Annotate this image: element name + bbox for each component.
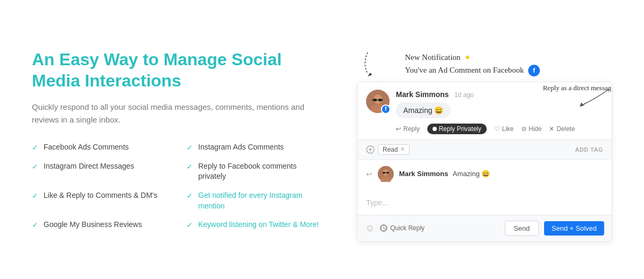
sparkle-icon: ✦ — [464, 53, 471, 63]
send-button[interactable]: Send — [505, 221, 539, 236]
comment-card: f Mark Simmons 1d ago Amazing 😄 ↩ Reply — [357, 82, 612, 242]
list-item: ✓ Google My Business Reviews — [32, 220, 171, 230]
heart-icon: ♡ — [494, 125, 500, 133]
quick-reply-button[interactable]: Quick Reply — [380, 224, 425, 232]
list-item: ✓ Like & Reply to Comments & DM's — [32, 190, 171, 211]
reply-avatar — [378, 166, 394, 182]
check-icon: ✓ — [187, 191, 193, 200]
svg-rect-4 — [378, 99, 382, 101]
tag-chip: Read ✕ — [378, 144, 410, 155]
features-grid: ✓ Facebook Ads Comments ✓ Instagram Ads … — [32, 142, 325, 230]
footer-bar: ☺ Quick Reply Send Send + Solved — [358, 215, 612, 241]
reply-thread: ↩ Mark Simmons Amazing 😄 — [358, 159, 612, 194]
reply-button[interactable]: ↩ Reply — [396, 125, 420, 133]
send-solved-button[interactable]: Send + Solved — [544, 221, 604, 236]
facebook-small-badge: f — [381, 104, 391, 114]
reply-row: ↩ Mark Simmons Amazing 😄 — [366, 166, 603, 182]
subtitle: Quickly respond to all your social media… — [32, 101, 325, 126]
list-item: ✓ Facebook Ads Comments — [32, 142, 171, 153]
x-icon: ✕ — [549, 125, 554, 133]
comment-time: 1d ago — [454, 91, 474, 99]
hide-icon: ⊘ — [521, 125, 527, 133]
hide-button[interactable]: ⊘ Hide — [521, 125, 542, 133]
reply-avatar-image — [378, 166, 394, 182]
check-icon: ✓ — [187, 162, 193, 171]
left-panel: An Easy Way to Manage Social Media Inter… — [32, 49, 325, 230]
like-button[interactable]: ♡ Like — [494, 125, 514, 133]
feature-text: Instagram Ads Comments — [198, 142, 284, 153]
feature-text: Get notified for every Instagram mention — [198, 190, 325, 211]
add-tag-button[interactable]: ADD TAG — [575, 146, 603, 153]
feature-text: Like & Reply to Comments & DM's — [44, 190, 157, 201]
feature-text: Keyword listening on Twitter & More! — [198, 220, 319, 230]
type-area[interactable]: Type... — [358, 194, 612, 215]
dot-icon — [433, 127, 437, 131]
clock-icon — [380, 224, 387, 232]
reply-privately-button[interactable]: Reply Privately — [427, 124, 487, 134]
reply-arrow-icon: ↩ — [366, 170, 372, 178]
list-item: ✓ Keyword listening on Twitter & More! — [187, 220, 325, 230]
tag-icon — [366, 145, 375, 154]
list-item: ✓ Instagram Direct Messages — [32, 161, 171, 182]
check-icon: ✓ — [32, 143, 38, 152]
feature-text: Reply to Facebook comments privately — [198, 161, 325, 182]
delete-button[interactable]: ✕ Delete — [549, 125, 575, 133]
main-title: An Easy Way to Manage Social Media Inter… — [32, 49, 325, 91]
page-container: An Easy Way to Manage Social Media Inter… — [0, 0, 644, 279]
curved-arrow-svg — [357, 47, 463, 79]
list-item: ✓ Get notified for every Instagram menti… — [187, 190, 325, 211]
feature-text: Instagram Direct Messages — [44, 161, 134, 172]
feature-text: Google My Business Reviews — [44, 220, 142, 230]
check-icon: ✓ — [32, 162, 38, 171]
tags-bar: Read ✕ ADD TAG — [358, 140, 612, 159]
list-item: ✓ Reply to Facebook comments privately — [187, 161, 325, 182]
comment-actions: ↩ Reply Reply Privately ♡ Like ⊘ — [396, 124, 603, 134]
comment-bubble: Amazing 😄 — [396, 102, 451, 118]
feature-text: Facebook Ads Comments — [44, 142, 129, 153]
tag-remove-button[interactable]: ✕ — [400, 146, 405, 153]
reply-arrow-icon: ↩ — [396, 125, 401, 133]
svg-rect-12 — [383, 172, 385, 174]
check-icon: ✓ — [32, 191, 38, 200]
composer-placeholder: Type... — [366, 198, 388, 207]
avatar-wrap: f — [366, 90, 389, 113]
check-icon: ✓ — [32, 221, 38, 229]
svg-rect-3 — [373, 99, 377, 101]
reply-info: Mark Simmons Amazing 😄 — [399, 170, 490, 178]
dm-annotation: Reply as a direct message — [543, 84, 612, 92]
check-icon: ✓ — [187, 221, 193, 229]
right-panel: New Notification ✦ You've an Ad Comment … — [357, 38, 612, 242]
facebook-badge: f — [528, 65, 540, 76]
svg-rect-13 — [386, 172, 389, 174]
check-icon: ✓ — [187, 143, 193, 152]
emoji-icon[interactable]: ☺ — [365, 223, 375, 234]
comment-header: f Mark Simmons 1d ago Amazing 😄 ↩ Reply — [358, 82, 612, 140]
comment-username: Mark Simmons — [396, 90, 449, 99]
svg-line-17 — [384, 228, 385, 229]
list-item: ✓ Instagram Ads Comments — [187, 142, 325, 153]
